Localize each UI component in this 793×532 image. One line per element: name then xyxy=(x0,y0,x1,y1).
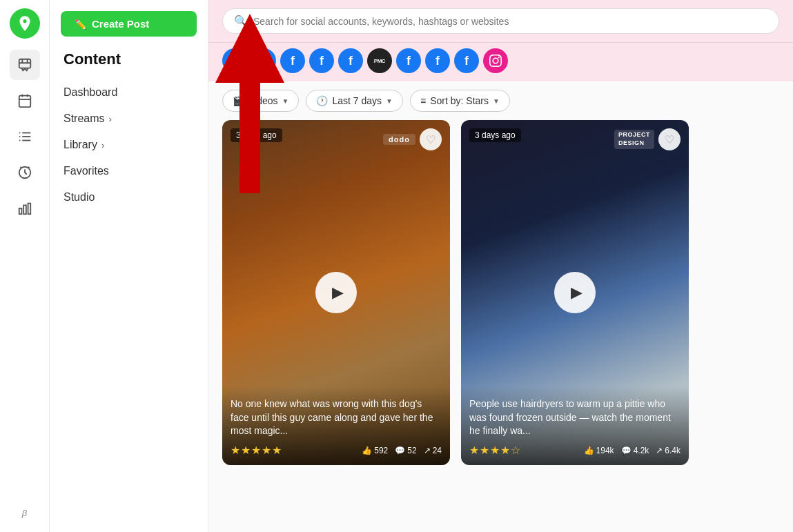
video-camera-icon: 🎬 xyxy=(233,95,244,106)
comment-icon: 💬 xyxy=(395,446,405,455)
list-nav-icon[interactable] xyxy=(10,121,40,152)
video-2-shares: ↗ 6.4k xyxy=(656,446,681,455)
nav-studio[interactable]: Studio xyxy=(50,184,208,210)
app-logo[interactable] xyxy=(10,8,40,39)
compose-nav-icon[interactable] xyxy=(10,50,40,80)
video-card-1[interactable]: 3 days ago dodo ♡ ▶ No one knew what was… xyxy=(222,120,450,465)
video-card-2-top: 3 days ago PROJECTDESIGN ♡ xyxy=(461,120,689,150)
video-2-stats: ★★★★☆ 👍 194k 💬 4.2k xyxy=(469,444,681,457)
comment-icon-2: 💬 xyxy=(621,446,632,455)
share-icon: ↗ xyxy=(424,446,431,455)
thumbs-up-icon: 👍 xyxy=(362,446,372,455)
video-1-caption: No one knew what was wrong with this dog… xyxy=(231,397,442,438)
video-1-timestamp: 3 days ago xyxy=(231,128,282,142)
video-1-likes: 👍 592 xyxy=(362,446,388,455)
video-1-comments: 💬 52 xyxy=(395,446,416,455)
nav-library[interactable]: Library › xyxy=(50,132,208,158)
social-icon-facebook-2[interactable]: f xyxy=(251,48,276,73)
social-icon-facebook-6[interactable]: f xyxy=(396,48,421,73)
social-icon-facebook-1[interactable]: f xyxy=(222,48,247,73)
sort-chevron-icon: ▼ xyxy=(493,97,500,105)
video-grid: 3 days ago dodo ♡ ▶ No one knew what was… xyxy=(208,120,793,479)
social-icon-pmc[interactable]: PMC xyxy=(367,48,392,73)
social-icon-facebook-8[interactable]: f xyxy=(454,48,479,73)
beta-label: β xyxy=(22,508,27,524)
video-2-bottom: People use hairdryers to warm up a pitti… xyxy=(461,386,689,465)
svg-point-7 xyxy=(19,136,20,137)
video-1-bottom: No one knew what was wrong with this dog… xyxy=(222,386,450,465)
video-1-brand: dodo xyxy=(383,134,415,145)
pencil-icon: ✏️ xyxy=(75,19,86,30)
svg-point-8 xyxy=(19,140,20,141)
social-icons-row: f f f f f PMC f f f xyxy=(208,43,793,81)
video-2-timestamp: 3 days ago xyxy=(469,128,521,142)
social-icon-facebook-4[interactable]: f xyxy=(309,48,334,73)
content-sidebar: ✏️ Create Post Content Dashboard Streams… xyxy=(50,0,208,532)
svg-rect-1 xyxy=(19,59,30,68)
time-chevron-icon: ▼ xyxy=(386,97,393,105)
video-2-comments: 💬 4.2k xyxy=(621,446,649,455)
filter-bar: 🎬 Videos ▼ 🕐 Last 7 days ▼ ≡ Sort by: St… xyxy=(208,81,793,120)
videos-chevron-icon: ▼ xyxy=(282,97,289,105)
video-2-play-button[interactable]: ▶ xyxy=(554,272,596,313)
video-1-stats: ★★★★★ 👍 592 💬 52 xyxy=(231,444,442,457)
create-post-button[interactable]: ✏️ Create Post xyxy=(61,11,197,37)
search-bar-container: 🔍 xyxy=(208,0,793,43)
video-card-2[interactable]: 3 days ago PROJECTDESIGN ♡ ▶ People use … xyxy=(461,120,689,465)
social-icon-facebook-7[interactable]: f xyxy=(425,48,450,73)
social-icon-facebook-5[interactable]: f xyxy=(338,48,363,73)
search-icon: 🔍 xyxy=(234,14,248,28)
svg-rect-11 xyxy=(23,205,26,214)
sort-icon: ≡ xyxy=(420,95,426,106)
library-chevron: › xyxy=(101,140,104,150)
video-2-caption: People use hairdryers to warm up a pitti… xyxy=(469,397,681,438)
svg-rect-10 xyxy=(19,208,21,214)
video-2-heart-button[interactable]: ♡ xyxy=(658,128,681,150)
bar-chart-nav-icon[interactable] xyxy=(10,193,40,224)
calendar-nav-icon[interactable] xyxy=(10,86,40,116)
svg-rect-12 xyxy=(28,204,30,215)
video-1-shares: ↗ 24 xyxy=(424,446,442,455)
video-2-likes: 👍 194k xyxy=(584,446,614,455)
svg-point-6 xyxy=(19,132,20,134)
clock-icon: 🕐 xyxy=(316,95,328,106)
share-icon-2: ↗ xyxy=(656,446,663,455)
content-heading: Content xyxy=(50,50,208,79)
search-input[interactable] xyxy=(253,16,767,27)
nav-favorites[interactable]: Favorites xyxy=(50,158,208,184)
video-1-play-button[interactable]: ▶ xyxy=(315,272,357,313)
thumbs-up-icon-2: 👍 xyxy=(584,446,594,455)
social-icon-facebook-3[interactable]: f xyxy=(280,48,305,73)
icon-sidebar: β xyxy=(0,0,50,532)
video-1-stat-row: 👍 592 💬 52 ↗ 24 xyxy=(362,446,442,455)
time-filter-button[interactable]: 🕐 Last 7 days ▼ xyxy=(306,90,403,112)
main-content: 🔍 f f f f f PMC f f f 🎬 Videos ▼ xyxy=(208,0,793,532)
video-2-brand: PROJECTDESIGN xyxy=(614,130,654,148)
sort-filter-button[interactable]: ≡ Sort by: Stars ▼ xyxy=(410,90,510,112)
search-bar: 🔍 xyxy=(222,8,779,34)
nav-streams[interactable]: Streams › xyxy=(50,106,208,132)
social-icon-instagram[interactable] xyxy=(483,48,508,73)
video-card-1-top: 3 days ago dodo ♡ xyxy=(222,120,450,150)
video-1-heart-button[interactable]: ♡ xyxy=(420,128,442,150)
video-1-stars: ★★★★★ xyxy=(231,444,282,457)
nav-dashboard[interactable]: Dashboard xyxy=(50,79,208,106)
analytics-clock-nav-icon[interactable] xyxy=(10,157,40,188)
video-2-stat-row: 👍 194k 💬 4.2k ↗ 6.4k xyxy=(584,446,681,455)
svg-rect-2 xyxy=(19,96,30,108)
videos-filter-button[interactable]: 🎬 Videos ▼ xyxy=(222,90,299,112)
video-2-stars: ★★★★☆ xyxy=(469,444,521,457)
streams-chevron: › xyxy=(109,114,112,124)
